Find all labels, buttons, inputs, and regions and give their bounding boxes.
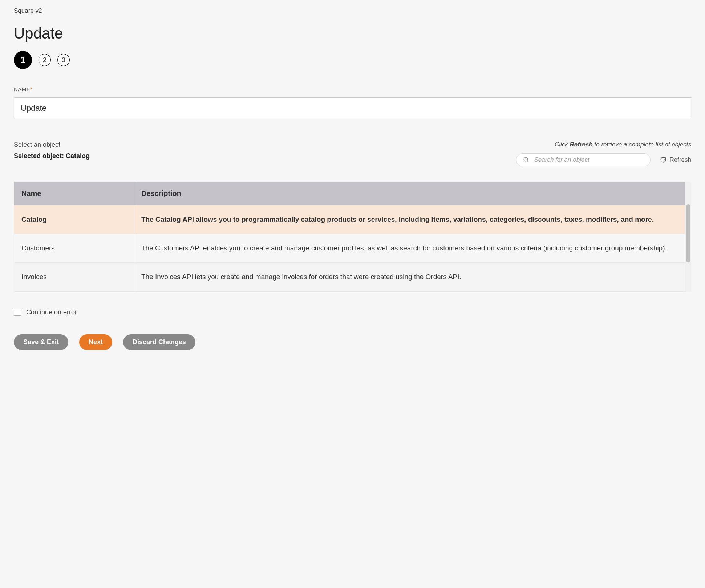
col-description-header: Description xyxy=(134,182,685,205)
search-box[interactable] xyxy=(516,153,651,166)
step-2[interactable]: 2 xyxy=(39,54,51,66)
col-name-header: Name xyxy=(14,182,134,205)
discard-button[interactable]: Discard Changes xyxy=(123,334,195,350)
table-scrollbar[interactable] xyxy=(685,182,691,292)
save-exit-button[interactable]: Save & Exit xyxy=(14,334,68,350)
next-button[interactable]: Next xyxy=(79,334,112,350)
refresh-button[interactable]: Refresh xyxy=(660,156,691,164)
cell-name: Customers xyxy=(14,234,134,263)
continue-on-error-checkbox[interactable] xyxy=(14,309,21,316)
selected-object: Selected object: Catalog xyxy=(14,152,90,160)
search-icon xyxy=(523,157,530,163)
page-title: Update xyxy=(14,25,691,42)
svg-point-0 xyxy=(524,157,528,161)
cell-description: The Customers API enables you to create … xyxy=(134,234,685,263)
svg-line-1 xyxy=(527,161,529,162)
step-3[interactable]: 3 xyxy=(57,54,70,66)
table-row[interactable]: Catalog The Catalog API allows you to pr… xyxy=(14,205,685,234)
object-table: Name Description Catalog The Catalog API… xyxy=(14,182,685,292)
name-label: NAME* xyxy=(14,86,33,92)
search-input[interactable] xyxy=(533,156,644,164)
breadcrumb[interactable]: Square v2 xyxy=(14,7,42,14)
refresh-icon xyxy=(660,157,666,163)
scrollbar-thumb[interactable] xyxy=(686,204,690,262)
step-1[interactable]: 1 xyxy=(14,51,32,69)
cell-description: The Catalog API allows you to programmat… xyxy=(134,205,685,234)
table-row[interactable]: Customers The Customers API enables you … xyxy=(14,234,685,263)
refresh-label: Refresh xyxy=(669,156,691,164)
step-connector xyxy=(51,60,57,60)
cell-description: The Invoices API lets you create and man… xyxy=(134,263,685,291)
table-row[interactable]: Invoices The Invoices API lets you creat… xyxy=(14,263,685,291)
name-input[interactable] xyxy=(14,97,691,119)
select-object-hint: Select an object xyxy=(14,141,90,149)
cell-name: Invoices xyxy=(14,263,134,291)
stepper: 1 2 3 xyxy=(14,51,691,69)
refresh-hint: Click Refresh to retrieve a complete lis… xyxy=(516,141,691,148)
step-connector xyxy=(32,60,39,60)
continue-on-error-label: Continue on error xyxy=(26,309,77,316)
cell-name: Catalog xyxy=(14,205,134,234)
